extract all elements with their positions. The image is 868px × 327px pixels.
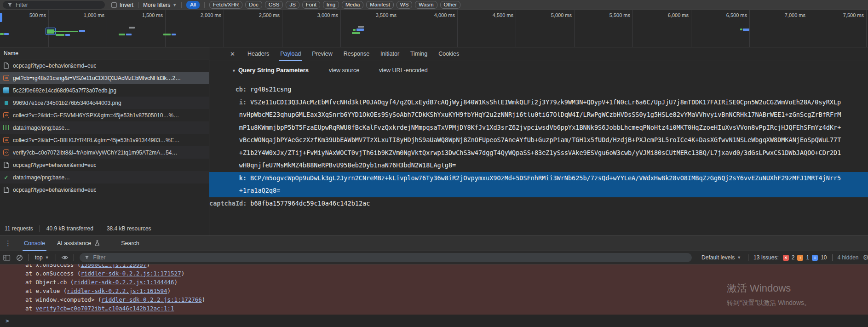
tab-response[interactable]: Response [339,47,374,61]
hidden-messages-label[interactable]: 4 hidden [838,254,859,261]
kebab-menu-icon[interactable]: ⋮ [5,239,11,247]
stack-source-link[interactable]: riddler-sdk-0.2.2.js:1:171527 [80,270,181,277]
param-row-cb[interactable]: cb:rg48s21csng [209,83,868,96]
stack-source-link[interactable]: riddler-sdk-0.2.2.js:1:144446 [74,279,174,286]
request-row[interactable]: ocpcagl?type=behavior&emd=euc [0,159,209,171]
gear-icon[interactable]: ⚙ [863,253,868,262]
toolbar-divider [74,254,74,261]
image-preview-icon [3,124,10,131]
request-name: collect?v=2&tid=G-ESVMH6YSPX&gtm=45je53h… [13,112,179,119]
request-row[interactable]: <>collect?v=2&tid=G-B8H0JYR4RL&gtm=45je5… [0,134,209,146]
timeline-tick-label: 2,000 ms [180,12,221,18]
filter-chip-js[interactable]: JS [286,1,299,9]
drawer-tab-console[interactable]: Console [18,236,51,251]
request-row[interactable]: 5c22f0e692e14cd68d945a7f73a07edb.jpg [0,84,209,97]
chevron-down-icon: ▼ [45,255,49,260]
request-list: ocpcagl?type=behavior&emd=euc<>get?cb=rg… [0,59,209,221]
timeline-tick-label: 5,000 ms [530,12,572,18]
live-expression-eye-icon[interactable] [61,253,69,262]
stack-trace-line: at x.onSuccess (15900cc….js:1:29997) [25,264,868,269]
timeline-tick-label: 3,500 ms [355,12,397,18]
filter-chip-ws[interactable]: WS [397,1,413,9]
tab-payload[interactable]: Payload [275,47,306,61]
network-filter-input[interactable]: Filter [3,1,105,9]
flask-icon [94,240,101,247]
view-url-encoded-button[interactable]: view URL-encoded [379,67,428,74]
filter-chip-media[interactable]: Media [342,1,363,9]
invert-checkbox[interactable] [111,2,117,8]
filter-chip-wasm[interactable]: Wasm [415,1,437,9]
view-source-button[interactable]: view source [329,67,359,74]
stack-source-link[interactable]: 15900cc….js:1:29997 [80,264,146,268]
request-row[interactable]: data:image/png;base… [0,121,209,134]
timeline-gridline [632,10,633,47]
timeline-gridline [691,10,691,47]
timeline-gridline [516,10,516,47]
issues-count-label[interactable]: 13 Issues: [753,254,779,261]
request-type-filters: AllFetch/XHRDocCSSJSFontImgMediaManifest… [186,1,460,9]
filter-chip-other[interactable]: Other [440,1,461,9]
tab-cookies[interactable]: Cookies [433,47,464,61]
name-column-header[interactable]: Name [0,47,209,59]
console-sidebar-toggle-icon[interactable] [3,253,11,262]
param-row-i[interactable]: i:VSZe11uCDI3Q3JAcMzEbMfvcNHd3ktP0JAOqyf… [209,96,868,172]
stack-source-link[interactable]: riddler-sdk-0.2.2.js:1:172766 [102,296,202,303]
timeline-gridline [866,10,867,47]
tab-preview[interactable]: Preview [307,47,337,61]
console-filter-input[interactable]: Filter [80,253,692,262]
network-overview-timeline[interactable]: 500 ms1,000 ms1,500 ms2,000 ms2,500 ms3,… [0,10,868,47]
waterfall-bar [740,29,742,30]
waterfall-bar [79,30,85,32]
drawer-tab-search[interactable]: Search [115,236,145,251]
request-row[interactable]: ocpcagl?type=behavior&emd=euc [0,184,209,196]
filter-chip-all[interactable]: All [186,1,200,9]
waterfall-bar [129,27,135,29]
request-name: verify?cb=c0o7072ibt8&i=frAoImxVyWChY21t… [13,149,178,156]
toolbar-divider [181,2,182,8]
request-row[interactable]: ✓data:image/png;base… [0,171,209,184]
request-row[interactable]: <>verify?cb=c0o7072ibt8&i=frAoImxVyWChY2… [0,146,209,159]
triangle-down-icon[interactable]: ▼ [232,69,236,73]
stack-source-link[interactable]: riddler-sdk-0.2.2.js:1:161594 [67,287,167,294]
waterfall-bar [126,34,132,35]
filter-chip-fetch-xhr[interactable]: Fetch/XHR [209,1,242,9]
network-filter-bar: Filter Invert More filters ▼ AllFetch/XH… [0,0,868,10]
request-row[interactable]: ocpcagl?type=behavior&emd=euc [0,59,209,72]
transferred-size: 40.9 kB transferred [46,225,93,232]
context-selector[interactable]: top ▼ [33,254,51,261]
request-name: collect?v=2&tid=G-B8H0JYR4RL&gtm=45je53h… [13,137,180,143]
query-string-section-header: ▼ Query String Parameters view source vi… [209,61,868,77]
filter-chip-img[interactable]: Img [323,1,339,9]
close-icon[interactable]: ✕ [230,51,235,57]
stack-text: at o.onSuccess ( [25,270,80,277]
request-row[interactable]: <>get?cb=rg48s21csng&i=VSZe11uCDI3Q3JAcM… [0,72,209,84]
waterfall-bar [352,32,360,34]
more-filters-dropdown[interactable]: More filters ▼ [143,2,177,8]
param-row-captchaId[interactable]: captchaId:b68fba1577964dc59c10a46c142b12… [209,197,868,210]
tab-initiator[interactable]: Initiator [375,47,404,61]
warning-issues-icon: ! [797,255,803,261]
filter-chip-doc[interactable]: Doc [245,1,262,9]
request-name: data:image/png;base… [13,174,70,181]
tab-timing[interactable]: Timing [405,47,432,61]
log-levels-dropdown[interactable]: Default levels ▼ [700,254,743,261]
overview-brush-handle[interactable] [0,13,2,22]
drawer-tab-bar: ⋮ ConsoleAI assistanceSearch [0,236,868,251]
console-prompt[interactable]: > [6,317,9,324]
stack-text: ) [174,279,178,286]
param-name: captchaId: [209,200,247,207]
error-issues-count: 2 [792,254,795,261]
stack-source-link[interactable]: verify?cb=c0o7072ibt…c10a46c142b12ac:1:1 [36,305,174,312]
request-name: ocpcagl?type=behavior&emd=euc [13,63,96,69]
tab-headers[interactable]: Headers [242,47,274,61]
filter-chip-css[interactable]: CSS [265,1,283,9]
filter-chip-font[interactable]: Font [302,1,320,9]
drawer-tab-ai-assistance[interactable]: AI assistance [51,236,107,251]
xhr-request-icon: <> [3,149,10,156]
clear-console-icon[interactable] [15,253,23,262]
request-row[interactable]: <>collect?v=2&tid=G-ESVMH6YSPX&gtm=45je5… [0,109,209,121]
param-row-k[interactable]: k:BCP/m5ogvcWpOp9uDwLk3gL2Jyrn2CNreMBz+k… [209,172,868,197]
filter-chip-manifest[interactable]: Manifest [366,1,393,9]
request-row[interactable]: 9969d7e1ce734501b276b53404c44003.png [0,97,209,109]
status-divider [40,225,40,232]
